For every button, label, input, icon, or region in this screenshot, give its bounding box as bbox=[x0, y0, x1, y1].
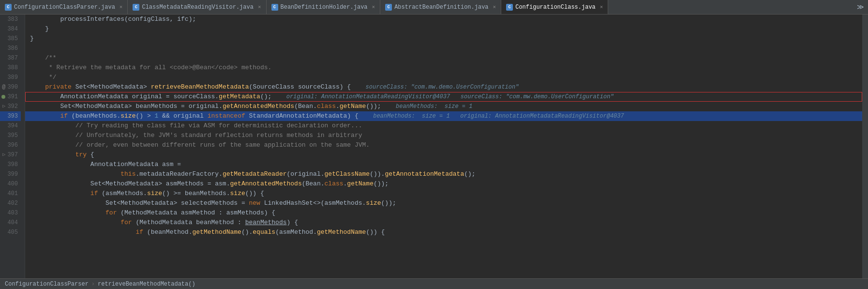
code-line-383: processInterfaces(configClass, ifc); bbox=[25, 15, 862, 24]
code-line-403: for (MethodMetadata asmMethod : asmMetho… bbox=[25, 208, 862, 218]
tab-close-2[interactable]: × bbox=[258, 4, 261, 10]
tab-label-3: BeanDefinitionHolder.java bbox=[281, 4, 368, 11]
tab-close-3[interactable]: × bbox=[372, 4, 375, 10]
tab-close-4[interactable]: × bbox=[493, 4, 496, 10]
tab-abstract-bean[interactable]: C AbstractBeanDefinition.java × bbox=[380, 0, 501, 15]
status-bar: ConfigurationClassParser › retrieveBeanM… bbox=[0, 278, 868, 289]
code-line-404: for (MethodMetadata beanMethod : beanMet… bbox=[25, 218, 862, 228]
tab-class-metadata[interactable]: C ClassMetadataReadingVisitor.java × bbox=[128, 0, 266, 15]
breakpoint-dot-391 bbox=[1, 95, 5, 99]
code-line-388: * Retrieve the metadata for all <code>@B… bbox=[25, 63, 862, 73]
tab-close-1[interactable]: × bbox=[120, 4, 123, 10]
line-387: 387 bbox=[0, 53, 21, 63]
code-line-396: // order, even between different runs of… bbox=[25, 140, 862, 150]
tab-bean-definition-holder[interactable]: C BeanDefinitionHolder.java × bbox=[267, 0, 381, 15]
line-390: @ 390 bbox=[0, 82, 21, 92]
tab-label-5: ConfigurationClass.java bbox=[515, 4, 596, 11]
tab-label-2: ClassMetadataReadingVisitor.java bbox=[142, 4, 253, 11]
code-line-386 bbox=[25, 44, 862, 53]
breadcrumb-method: retrieveBeanMethodMetadata() bbox=[98, 281, 195, 288]
tab-icon-5: C bbox=[506, 4, 513, 11]
code-line-384: } bbox=[25, 24, 862, 34]
breadcrumb-separator: › bbox=[91, 281, 95, 288]
fold-392[interactable]: ▷ bbox=[2, 102, 5, 111]
line-397: ▷ 397 bbox=[0, 150, 21, 160]
fold-397[interactable]: ▷ bbox=[2, 150, 5, 160]
line-384: 384 bbox=[0, 24, 21, 34]
breadcrumb-class: ConfigurationClassParser bbox=[5, 281, 89, 288]
line-389: 389 bbox=[0, 73, 21, 82]
tab-icon-3: C bbox=[271, 4, 278, 11]
line-398: 398 bbox=[0, 160, 21, 169]
code-line-402: Set<MethodMetadata> selectedMethods = ne… bbox=[25, 198, 862, 208]
line-391: 391 bbox=[0, 92, 21, 102]
tab-label-4: AbstractBeanDefinition.java bbox=[394, 4, 488, 11]
tab-configuration-class-parser[interactable]: C ConfigurationClassParser.java × bbox=[0, 0, 128, 15]
tab-close-5[interactable]: × bbox=[600, 4, 603, 10]
tab-configuration-class[interactable]: C ConfigurationClass.java × bbox=[501, 0, 608, 15]
line-385: 385 bbox=[0, 34, 21, 44]
code-lines: processInterfaces(configClass, ifc); } }… bbox=[25, 15, 862, 237]
breakpoint-indicator-390: @ bbox=[2, 82, 5, 92]
line-393: 393 bbox=[0, 111, 21, 121]
code-line-405: if (beanMethod.getMethodName().equals(as… bbox=[25, 228, 862, 237]
code-line-391: AnnotationMetadata original = sourceClas… bbox=[25, 92, 862, 102]
line-386: 386 bbox=[0, 44, 21, 53]
code-line-387: /** bbox=[25, 53, 862, 63]
tab-icon-1: C bbox=[5, 4, 12, 11]
code-line-393: if (beanMethods.size() > 1 && original i… bbox=[25, 111, 862, 121]
line-401: 401 bbox=[0, 189, 21, 198]
code-area[interactable]: processInterfaces(configClass, ifc); } }… bbox=[25, 15, 862, 278]
line-403: 403 bbox=[0, 208, 21, 218]
code-line-401: if (asmMethods.size() >= beanMethods.siz… bbox=[25, 189, 862, 198]
line-383: 383 bbox=[0, 15, 21, 24]
line-394: 394 bbox=[0, 121, 21, 131]
code-line-390: private Set<MethodMetadata> retrieveBean… bbox=[25, 82, 862, 92]
code-line-395: // Unfortunately, the JVM's standard ref… bbox=[25, 131, 862, 140]
code-line-385: } bbox=[25, 34, 862, 44]
code-line-397: try { bbox=[25, 150, 862, 160]
code-line-389: */ bbox=[25, 73, 862, 82]
vertical-scrollbar[interactable] bbox=[862, 15, 868, 278]
line-402: 402 bbox=[0, 198, 21, 208]
editor: 383 384 385 386 387 388 389 @ 390 391 ▷ … bbox=[0, 15, 868, 278]
code-line-400: Set<MethodMetadata> asmMethods = asm.get… bbox=[25, 179, 862, 189]
tab-icon-4: C bbox=[385, 4, 392, 11]
tab-label-1: ConfigurationClassParser.java bbox=[14, 4, 115, 11]
line-399: 399 bbox=[0, 169, 21, 179]
code-line-398: AnnotationMetadata asm = bbox=[25, 160, 862, 169]
line-388: 388 bbox=[0, 63, 21, 73]
line-392: ▷ 392 bbox=[0, 102, 21, 111]
code-line-399: this.metadataReaderFactory.getMetadataRe… bbox=[25, 169, 862, 179]
line-396: 396 bbox=[0, 140, 21, 150]
line-395: 395 bbox=[0, 131, 21, 140]
code-line-394: // Try reading the class file via ASM fo… bbox=[25, 121, 862, 131]
tab-overflow[interactable]: ≫ bbox=[853, 3, 868, 11]
line-405: 405 bbox=[0, 228, 21, 237]
line-number-gutter: 383 384 385 386 387 388 389 @ 390 391 ▷ … bbox=[0, 15, 25, 278]
line-400: 400 bbox=[0, 179, 21, 189]
tab-bar: C ConfigurationClassParser.java × C Clas… bbox=[0, 0, 868, 15]
code-line-392: Set<MethodMetadata> beanMethods = origin… bbox=[25, 102, 862, 111]
line-404: 404 bbox=[0, 218, 21, 228]
tab-icon-2: C bbox=[133, 4, 139, 11]
